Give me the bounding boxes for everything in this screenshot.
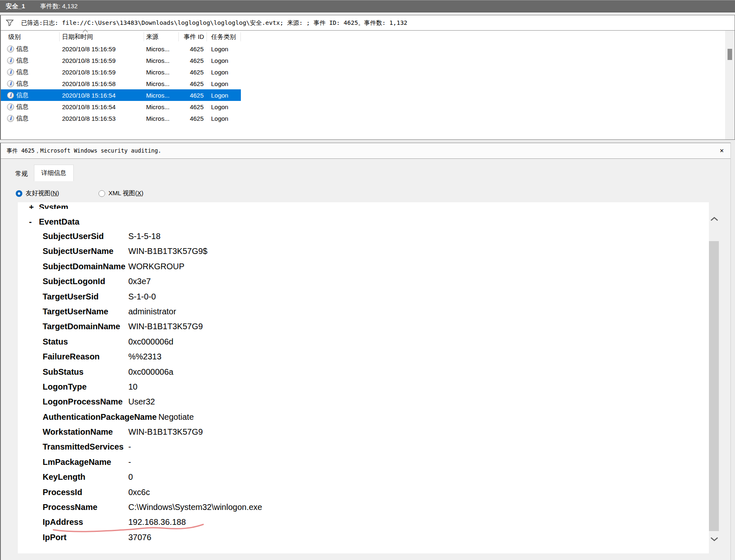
scrollbar-thumb[interactable]: [728, 49, 732, 60]
sort-ascending-icon: [82, 29, 88, 33]
field-value: 37076: [128, 531, 151, 543]
field-name: ProcessId: [43, 486, 128, 498]
event-source: Micros...: [144, 115, 179, 122]
tree-node-eventdata[interactable]: - EventData: [29, 215, 709, 228]
event-row[interactable]: 信息 2020/10/8 15:16:59 Micros... 4625 Log…: [1, 43, 241, 55]
event-row[interactable]: 信息 2020/10/8 15:16:59 Micros... 4625 Log…: [1, 66, 241, 78]
label-hotkey: X: [137, 189, 141, 196]
event-datetime: 2020/10/8 15:16:59: [60, 57, 144, 64]
events-table-header: 级别 日期和时间 来源 事件 ID 任务类别: [1, 31, 735, 43]
column-header-level[interactable]: 级别: [1, 32, 60, 41]
close-icon[interactable]: ✕: [720, 146, 724, 154]
field-row: ProcessId 0xc6c: [43, 486, 709, 501]
field-row: SubStatus 0xc000006a: [43, 366, 709, 381]
tree-node-label: EventData: [39, 215, 79, 228]
label-pre: XML 视图(: [108, 189, 137, 196]
tab-general[interactable]: 常规: [9, 167, 34, 181]
event-level: 信息: [16, 103, 29, 111]
eventdata-fields: SubjectUserSid S-1-5-18 SubjectUserName …: [43, 230, 709, 546]
event-row[interactable]: 信息 2020/10/8 15:16:53 Micros... 4625 Log…: [1, 112, 241, 124]
event-row[interactable]: 信息 2020/10/8 15:16:58 Micros... 4625 Log…: [1, 78, 241, 89]
radio-friendly-view[interactable]: 友好视图(N): [16, 189, 59, 197]
event-row-selected[interactable]: 信息 2020/10/8 15:16:54 Micros... 4625 Log…: [1, 89, 241, 101]
event-level: 信息: [16, 57, 29, 65]
event-source: Micros...: [144, 45, 179, 53]
field-name: FailureReason: [43, 351, 128, 363]
field-value: -: [128, 441, 131, 453]
field-value: 10: [128, 381, 137, 393]
friendly-view-content: + System - EventData SubjectUserSid S-1-…: [18, 202, 709, 553]
tab-details[interactable]: 详细信息: [34, 165, 74, 181]
field-name: SubjectUserSid: [43, 230, 128, 242]
radio-selected-icon: [16, 190, 22, 197]
information-icon: [7, 103, 14, 110]
events-section: 已筛选:日志: file://C:\Users\13483\Downloads\…: [0, 15, 735, 140]
field-value: Negotiate: [159, 411, 194, 423]
field-row: FailureReason %%2313: [43, 351, 709, 366]
event-datetime: 2020/10/8 15:16:59: [60, 69, 144, 76]
field-row: AuthenticationPackageName Negotiate: [43, 411, 709, 426]
log-name: 安全_1: [6, 2, 25, 10]
field-value: WIN-B1B1T3K57G9: [128, 321, 203, 333]
radio-xml-view[interactable]: XML 视图(X): [98, 189, 143, 197]
chevron-up-icon[interactable]: [709, 213, 720, 224]
field-value: WIN-B1B1T3K57G9: [128, 426, 203, 438]
event-detail-pane: 事件 4625，Microsoft Windows security audit…: [0, 143, 731, 560]
event-task-category: Logon: [207, 57, 241, 64]
tree-node-system[interactable]: + System: [29, 202, 709, 209]
column-header-task-category[interactable]: 任务类别: [207, 32, 241, 41]
field-name: LogonType: [43, 381, 128, 393]
event-level: 信息: [16, 45, 29, 53]
field-value: WORKGROUP: [128, 261, 185, 273]
event-task-category: Logon: [207, 103, 241, 110]
field-value: administrator: [128, 306, 176, 318]
field-row: SubjectLogonId 0x3e7: [43, 275, 709, 290]
radio-friendly-label: 友好视图(N): [26, 189, 59, 197]
event-datetime: 2020/10/8 15:16:54: [60, 92, 144, 99]
expand-icon[interactable]: +: [29, 202, 39, 209]
detail-tabs: 常规 详细信息: [9, 165, 74, 181]
field-value: %%2313: [128, 351, 161, 363]
scrollbar-thumb[interactable]: [709, 241, 719, 531]
event-row[interactable]: 信息 2020/10/8 15:16:54 Micros... 4625 Log…: [1, 101, 241, 112]
field-value: 0: [128, 471, 133, 483]
event-id: 4625: [179, 80, 207, 87]
field-name: AuthenticationPackageName: [43, 411, 159, 423]
field-name: IpAddress: [43, 516, 128, 528]
field-name: SubjectDomainName: [43, 261, 128, 273]
field-value: 0xc6c: [128, 486, 150, 498]
event-row[interactable]: 信息 2020/10/8 15:16:59 Micros... 4625 Log…: [1, 55, 241, 66]
event-level: 信息: [16, 80, 29, 88]
field-name: ProcessName: [43, 501, 128, 513]
event-count: 事件数: 4,132: [40, 2, 78, 10]
filter-bar: 已筛选:日志: file://C:\Users\13483\Downloads\…: [1, 15, 735, 31]
information-icon: [7, 80, 14, 87]
event-id: 4625: [179, 103, 207, 110]
field-name: IpPort: [43, 531, 128, 543]
event-datetime: 2020/10/8 15:16:54: [60, 103, 144, 110]
field-row: LogonProcessName User32: [43, 396, 709, 411]
event-source: Micros...: [144, 103, 179, 110]
field-value: 0xc000006a: [128, 366, 173, 378]
event-id: 4625: [179, 92, 207, 99]
chevron-down-icon[interactable]: [709, 534, 720, 544]
radio-unselected-icon: [98, 190, 105, 197]
event-level: 信息: [16, 91, 29, 99]
field-row: WorkstationName WIN-B1B1T3K57G9: [43, 426, 709, 441]
column-header-source[interactable]: 来源: [144, 32, 179, 41]
column-header-datetime[interactable]: 日期和时间: [60, 32, 144, 41]
event-datetime: 2020/10/8 15:16:59: [60, 45, 144, 53]
column-header-event-id[interactable]: 事件 ID: [179, 32, 207, 41]
collapse-icon[interactable]: -: [29, 215, 39, 228]
event-source: Micros...: [144, 69, 179, 76]
field-name: KeyLength: [43, 471, 128, 483]
event-source: Micros...: [144, 92, 179, 99]
event-source: Micros...: [144, 57, 179, 64]
event-id: 4625: [179, 69, 207, 76]
event-id: 4625: [179, 45, 207, 53]
events-scrollbar[interactable]: [725, 31, 735, 139]
field-row: IpPort 37076: [43, 531, 709, 546]
information-icon: [7, 92, 14, 99]
field-row: KeyLength 0: [43, 471, 709, 486]
filter-icon: [6, 19, 14, 26]
